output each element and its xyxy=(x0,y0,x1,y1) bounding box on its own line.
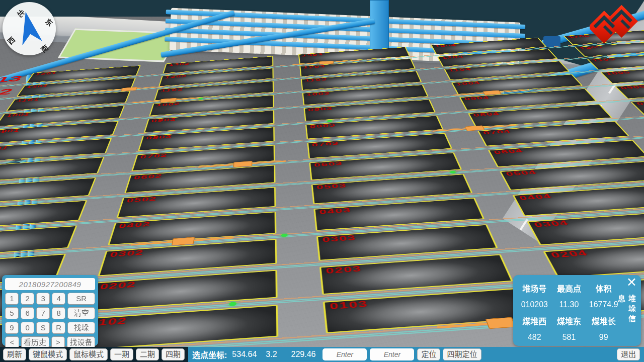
keypad-button-6[interactable]: 6 xyxy=(21,307,34,319)
keypad-button-S[interactable]: S xyxy=(36,322,50,334)
pile-id-label: 0103 xyxy=(329,299,369,312)
coord-z-value: 229.46 xyxy=(291,350,316,359)
toolbar-left-group: 刷新键鼠模式鼠标模式一期二期四期 xyxy=(0,347,188,362)
keypad-button-9[interactable]: 9 xyxy=(5,322,19,334)
pile-id-label: 1003 xyxy=(306,92,330,97)
pile-id-label: 0902 xyxy=(151,117,177,123)
pile-info-panel: ✕ 堆场号最高点体积01020311.3016774.9煤堆西煤堆东煤堆长482… xyxy=(513,275,641,346)
status-dot xyxy=(229,302,236,306)
keypad-button-2[interactable]: 2 xyxy=(21,293,34,305)
info-header: 堆场号 xyxy=(517,282,552,294)
keypad-button-R[interactable]: R xyxy=(52,322,65,334)
pile-id-label: 0203 xyxy=(326,264,363,276)
pile-id-label: 0302 xyxy=(109,248,144,259)
toolbar-button-二期[interactable]: 二期 xyxy=(136,348,159,360)
compass[interactable]: 北 东 西 南 xyxy=(3,2,56,55)
keypad-button-5[interactable]: 5 xyxy=(5,307,19,319)
info-header: 体积 xyxy=(586,282,621,294)
status-dot xyxy=(327,120,332,122)
pile-id-label: 0905 xyxy=(619,84,644,90)
pile-id-label: 1101 xyxy=(16,98,40,103)
keypad-button-0[interactable]: 0 xyxy=(21,322,34,334)
pile-id-label: 0804 xyxy=(472,112,501,118)
pile-id-label: 0602 xyxy=(133,173,163,181)
pile-id-label: 0404 xyxy=(518,193,553,202)
keypad-display-input[interactable] xyxy=(5,278,95,290)
toolbar-button-四期定位[interactable]: 四期定位 xyxy=(443,348,481,360)
pile-id-label: 1102 xyxy=(160,87,183,93)
pile-id-label: 1105 xyxy=(591,57,617,62)
keypad-button-找垛[interactable]: 找垛 xyxy=(67,322,95,334)
keypad-button-SR[interactable]: SR xyxy=(67,293,95,305)
pile-id-label: 0403 xyxy=(319,207,352,216)
pile-id-label: 1302 xyxy=(168,62,190,67)
pile-id-label: 0801 xyxy=(0,145,10,152)
pile-id-label: 0402 xyxy=(118,221,151,230)
pile-id-label: 1001 xyxy=(5,112,32,118)
pile-id-label: 0803 xyxy=(309,123,336,129)
pile-id-label: 1204 xyxy=(441,55,464,60)
keypad-button-4[interactable]: 4 xyxy=(52,293,65,305)
enter-input-1[interactable] xyxy=(323,348,367,360)
pile-id-label: 1103 xyxy=(304,77,327,82)
info-header: 最高点 xyxy=(552,282,587,294)
coord-label: 选点坐标: xyxy=(192,348,227,360)
keypad-button-7[interactable]: 7 xyxy=(36,307,50,319)
info-value: 482 xyxy=(517,333,552,342)
pile-id-label: 1201 xyxy=(25,84,49,89)
keypad-button-8[interactable]: 8 xyxy=(52,307,65,319)
pile-id-label: 1303 xyxy=(302,53,324,57)
company-logo-icon xyxy=(590,2,638,48)
info-value: 99 xyxy=(586,333,621,342)
pile-id-label: 0504 xyxy=(505,169,538,177)
keypad-panel: 1234SR5678清空90SR找垛<看历史>找设备 xyxy=(2,275,98,346)
pile-id-label: 0901 xyxy=(0,128,21,135)
coal-yard-3d-app: 1313011302130313041305130612120112021203… xyxy=(0,0,644,362)
keypad-button-1[interactable]: 1 xyxy=(5,293,19,305)
pile-id-label: 1304 xyxy=(434,44,457,48)
keypad-button-3[interactable]: 3 xyxy=(36,293,50,305)
info-value: 581 xyxy=(552,333,587,342)
pile-info-side-label: 堆垛信息 xyxy=(616,294,637,330)
pile-id-label: 1004 xyxy=(455,81,481,86)
pile-id-label: 1202 xyxy=(165,74,187,79)
coord-x-value: 534.64 xyxy=(232,350,257,359)
toolbar: 刷新键鼠模式鼠标模式一期二期四期 选点坐标: 534.64 3.2 229.46… xyxy=(0,347,644,362)
pile-id-label: 0603 xyxy=(314,160,343,168)
coord-y-value: 3.2 xyxy=(266,350,277,359)
status-dot xyxy=(281,234,288,237)
toolbar-button-刷新[interactable]: 刷新 xyxy=(3,348,26,360)
pile-id-label: 1104 xyxy=(448,67,472,72)
toolbar-button-一期[interactable]: 一期 xyxy=(110,348,133,360)
status-dot xyxy=(449,171,456,174)
pile-id-label: 0304 xyxy=(533,219,571,229)
pile-id-label: 0802 xyxy=(145,134,173,141)
toolbar-right-group: 选点坐标: 534.64 3.2 229.46 定位四期定位 退出 xyxy=(188,347,644,362)
pile-id-label: 0502 xyxy=(126,196,157,204)
exit-button[interactable]: 退出 xyxy=(617,348,640,360)
toolbar-button-定位[interactable]: 定位 xyxy=(417,348,440,360)
pile-id-label: 0604 xyxy=(493,148,525,155)
info-header: 煤堆西 xyxy=(517,315,552,327)
pile-id-label: 0702 xyxy=(139,153,168,160)
pile-id-label: 1305 xyxy=(567,34,591,39)
toolbar-button-四期[interactable]: 四期 xyxy=(162,348,185,360)
pile-id-label: 0903 xyxy=(308,107,334,113)
pile-id-label: 0303 xyxy=(322,234,357,244)
pile-id-label: 0703 xyxy=(311,141,340,148)
info-value: 11.30 xyxy=(552,300,587,309)
pile-id-label: 1005 xyxy=(604,70,632,76)
pile-id-label: 1301 xyxy=(34,71,57,76)
toolbar-button-鼠标模式[interactable]: 鼠标模式 xyxy=(69,348,108,360)
keypad-button-清空[interactable]: 清空 xyxy=(67,307,95,319)
pile-id-label: 0204 xyxy=(549,249,590,260)
toolbar-button-键鼠模式[interactable]: 键鼠模式 xyxy=(29,348,67,360)
info-header: 煤堆东 xyxy=(552,315,587,327)
pile-id-label: 0503 xyxy=(316,183,348,191)
pile-id-label: 0202 xyxy=(99,280,137,292)
enter-input-2[interactable] xyxy=(370,348,414,360)
close-icon[interactable]: ✕ xyxy=(626,275,637,289)
info-value: 010203 xyxy=(517,300,552,309)
